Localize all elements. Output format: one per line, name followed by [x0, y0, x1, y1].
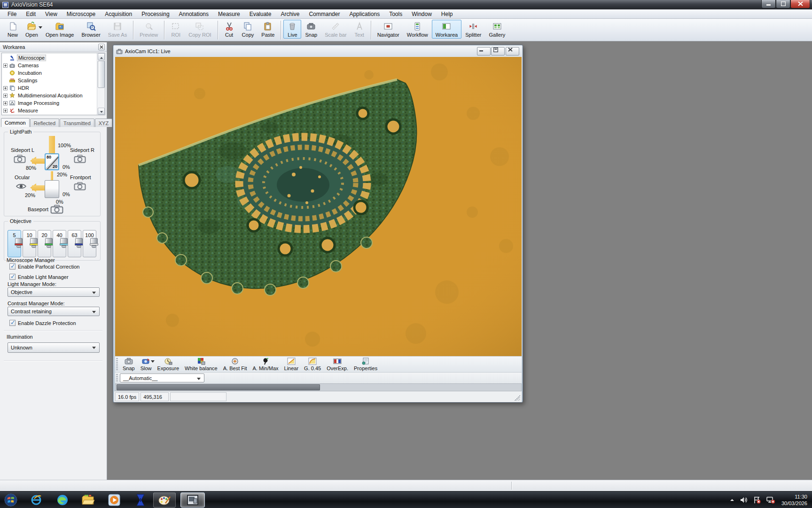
tree-item-microscope[interactable]: Microscope: [2, 54, 105, 62]
ocular-prism[interactable]: [45, 180, 59, 198]
white-balance-button[interactable]: White balance: [182, 357, 220, 371]
minimize-button[interactable]: [761, 0, 776, 8]
show-hidden-icons[interactable]: [729, 498, 735, 502]
open-button[interactable]: Open: [22, 20, 42, 39]
menu-help[interactable]: Help: [437, 10, 458, 18]
browser-button[interactable]: Browser: [78, 20, 104, 39]
camera-close-button[interactable]: [506, 47, 519, 56]
new-button[interactable]: New: [4, 20, 22, 39]
open-dropdown-caret[interactable]: [39, 26, 42, 31]
menu-applications[interactable]: Applications: [344, 10, 384, 18]
slow-button[interactable]: Slow: [138, 357, 155, 371]
auto-min-max-button[interactable]: A. Min/Max: [250, 357, 281, 371]
camera-window-titlebar[interactable]: AxioCam ICc1: Live: [114, 46, 522, 56]
media-player-icon[interactable]: [107, 493, 121, 507]
navigator-button[interactable]: Navigator: [374, 20, 403, 39]
camera-minimize-button[interactable]: [477, 47, 491, 56]
objective-63-button[interactable]: 63: [68, 230, 81, 257]
objective-40-button[interactable]: 40: [53, 230, 66, 257]
copy-button[interactable]: Copy: [238, 20, 258, 39]
file-explorer-icon[interactable]: [81, 493, 95, 507]
workarea-close-button[interactable]: [98, 44, 105, 50]
expand-icon[interactable]: [3, 86, 8, 90]
expand-icon[interactable]: [3, 64, 8, 68]
menu-processing[interactable]: Processing: [137, 10, 174, 18]
tab-common[interactable]: Common: [1, 118, 30, 127]
scrollbar-thumb[interactable]: [117, 384, 320, 390]
dazzle-protection-checkbox[interactable]: Enable Dazzle Protection: [9, 320, 76, 326]
start-button[interactable]: [4, 493, 18, 507]
tree-scrollbar[interactable]: [97, 53, 105, 115]
cut-button[interactable]: Cut: [220, 20, 238, 39]
checkbox-icon[interactable]: [9, 274, 16, 280]
tree-item-measure[interactable]: Measure: [2, 107, 105, 114]
tree-item-hdr[interactable]: HDR: [2, 84, 105, 92]
expand-icon[interactable]: [3, 109, 8, 113]
snap-button[interactable]: Snap: [301, 20, 321, 39]
tree-item-cameras[interactable]: Cameras: [2, 62, 105, 69]
scroll-up-icon[interactable]: [98, 53, 105, 60]
menu-acquisition[interactable]: Acquisition: [100, 10, 137, 18]
slow-dropdown-caret[interactable]: [151, 360, 155, 365]
parfocal-checkbox[interactable]: Enable Parfocal Correction: [9, 263, 79, 270]
snap-frame-button[interactable]: Snap: [120, 357, 138, 371]
menu-annotations[interactable]: Annotations: [174, 10, 213, 18]
open-image-button[interactable]: Open Image: [42, 20, 78, 39]
menu-view[interactable]: View: [40, 10, 62, 18]
light-manager-mode-select[interactable]: Objective: [8, 287, 100, 297]
tab-xyz[interactable]: XYZ: [95, 119, 112, 127]
menu-commander[interactable]: Commander: [304, 10, 344, 18]
axiovision-taskbar-button[interactable]: [180, 492, 205, 508]
menu-tools[interactable]: Tools: [384, 10, 407, 18]
workarea-panel-header[interactable]: Workarea: [0, 42, 107, 52]
menu-archive[interactable]: Archive: [276, 10, 304, 18]
gallery-button[interactable]: Gallery: [485, 20, 509, 39]
objective-20-button[interactable]: 20: [38, 230, 51, 257]
edge-icon[interactable]: [55, 493, 70, 507]
paste-button[interactable]: Paste: [258, 20, 278, 39]
checkbox-icon[interactable]: [9, 320, 16, 326]
mode-select[interactable]: __Automatic__: [120, 373, 204, 382]
tab-transmitted[interactable]: Transmitted: [60, 119, 94, 127]
menu-evaluate[interactable]: Evaluate: [245, 10, 276, 18]
close-button[interactable]: [790, 0, 810, 8]
horizontal-scrollbar[interactable]: [115, 383, 522, 391]
scroll-down-icon[interactable]: [98, 108, 105, 115]
scrollbar-thumb[interactable]: [98, 61, 105, 88]
properties-button[interactable]: Properties: [351, 357, 380, 371]
beam-splitter[interactable]: 80 20: [45, 153, 59, 170]
objective-100-button[interactable]: 100: [83, 230, 96, 257]
expand-icon[interactable]: [3, 94, 8, 98]
objective-10-button[interactable]: 10: [23, 230, 36, 257]
menu-microscope[interactable]: Microscope: [62, 10, 100, 18]
volume-icon[interactable]: [740, 496, 748, 504]
action-center-flag-icon[interactable]: [753, 496, 761, 504]
light-manager-checkbox[interactable]: Enable Light Manager: [9, 274, 69, 280]
gamma-045-button[interactable]: G. 0.45: [301, 357, 324, 371]
internet-explorer-icon[interactable]: [29, 493, 43, 507]
resize-grip[interactable]: [515, 395, 520, 401]
checkbox-icon[interactable]: [9, 263, 16, 270]
tab-reflected[interactable]: Reflected: [30, 119, 59, 127]
exposure-button[interactable]: Exposure: [155, 357, 182, 371]
workflow-button[interactable]: Workflow: [403, 20, 432, 39]
contrast-manager-mode-select[interactable]: Contrast retaining: [8, 307, 100, 316]
menu-window[interactable]: Window: [407, 10, 437, 18]
tree-item-scalings[interactable]: Scalings: [2, 77, 105, 84]
taskbar-clock[interactable]: 11:30 30/03/2026: [781, 493, 807, 507]
overexposure-button[interactable]: OverExp.: [324, 357, 351, 371]
live-image-view[interactable]: [115, 57, 522, 356]
live-button[interactable]: Live: [283, 20, 301, 39]
linear-button[interactable]: Linear: [281, 357, 302, 371]
network-icon[interactable]: [766, 496, 775, 504]
workarea-button[interactable]: Workarea: [432, 20, 461, 39]
camera-restore-button[interactable]: [491, 47, 505, 56]
expand-icon[interactable]: [3, 101, 8, 105]
menu-file[interactable]: File: [3, 10, 21, 18]
tree-item-image-processing[interactable]: Image Processing: [2, 99, 105, 107]
camera-live-window[interactable]: AxioCam ICc1: Live: [113, 45, 523, 403]
illumination-select[interactable]: Unknown: [8, 342, 100, 353]
auto-best-fit-button[interactable]: A. Best Fit: [220, 357, 250, 371]
menu-measure[interactable]: Measure: [213, 10, 245, 18]
splitter-button[interactable]: Splitter: [461, 20, 485, 39]
